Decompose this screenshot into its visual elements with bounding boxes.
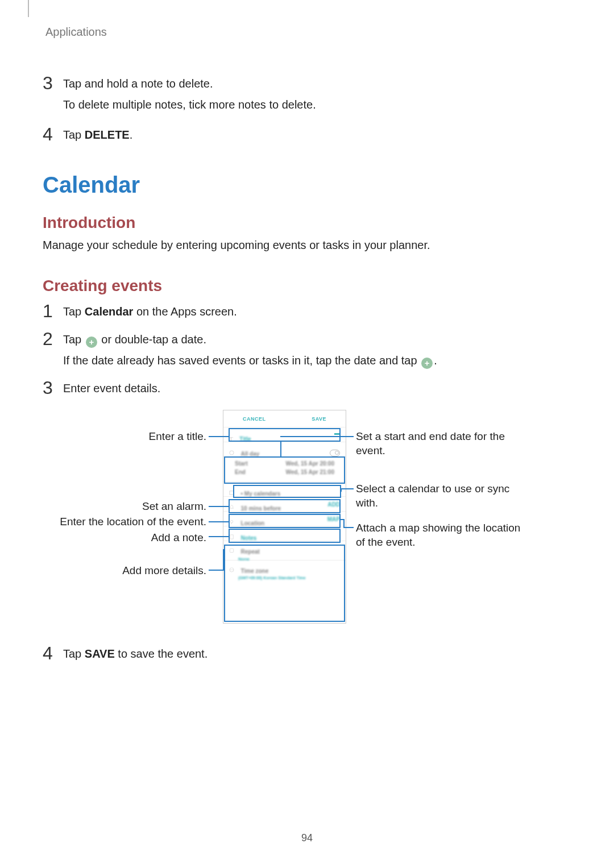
- prev-step-3: 3 Tap and hold a note to delete. To dele…: [43, 73, 571, 114]
- cancel-button[interactable]: CANCEL: [243, 416, 266, 422]
- create-step-4: 4 Tap SAVE to save the event.: [43, 643, 571, 663]
- bell-icon: [229, 505, 234, 510]
- save-button[interactable]: SAVE: [312, 416, 326, 422]
- calendar-icon: [229, 490, 234, 495]
- title-row[interactable]: T Title: [223, 427, 346, 442]
- note-icon: [229, 534, 234, 539]
- svg-point-0: [230, 451, 234, 455]
- callout-location: Enter the location of the event.: [60, 515, 206, 529]
- step-number: 1: [43, 301, 63, 320]
- phone-screenshot: CANCEL SAVE T Title All day StartWed, 15…: [223, 410, 346, 624]
- notes-row[interactable]: Notes: [223, 526, 346, 541]
- callout-more: Add more details.: [60, 564, 206, 578]
- callout-map: Attach a map showing the location of the…: [356, 521, 526, 549]
- clock-icon: [229, 450, 234, 455]
- step-number: 4: [43, 124, 63, 143]
- callout-note: Add a note.: [60, 531, 206, 545]
- callout-title: Enter a title.: [60, 430, 206, 444]
- create-step-2: 2 Tap + or double-tap a date. If the dat…: [43, 329, 571, 369]
- create-step-3: 3 Enter event details.: [43, 377, 571, 397]
- page-number: 94: [0, 832, 614, 844]
- step-number: 2: [43, 329, 63, 348]
- event-editor-diagram: CANCEL SAVE T Title All day StartWed, 15…: [60, 410, 554, 626]
- section-header: Applications: [45, 26, 571, 39]
- step-number: 4: [43, 643, 63, 662]
- plus-icon: +: [421, 358, 433, 369]
- location-row[interactable]: Location MAP: [223, 512, 346, 526]
- step-bold: DELETE: [85, 128, 130, 141]
- repeat-row[interactable]: Repeat None: [223, 541, 346, 560]
- svg-rect-1: [230, 491, 234, 495]
- callout-alarm: Set an alarm.: [60, 500, 206, 514]
- pin-icon: [229, 520, 234, 525]
- step-number: 3: [43, 73, 63, 92]
- sub-title-creating: Creating events: [43, 277, 571, 295]
- svg-rect-4: [230, 535, 233, 539]
- svg-point-2: [230, 521, 233, 524]
- timezone-row[interactable]: Time zone (GMT+09:00) Korean Standard Ti…: [223, 560, 346, 583]
- date-row[interactable]: StartWed, 15 Apr 20:00 EndWed, 15 Apr 21…: [223, 457, 346, 482]
- plus-icon: +: [86, 337, 97, 348]
- callout-calendar: Select a calendar to use or sync with.: [356, 482, 532, 510]
- step-text: Tap: [63, 128, 85, 141]
- top-bar: CANCEL SAVE: [223, 410, 346, 427]
- create-step-1: 1 Tap Calendar on the Apps screen.: [43, 301, 571, 321]
- sub-title-intro: Introduction: [43, 214, 571, 232]
- repeat-icon: [229, 548, 234, 553]
- color-label-icon: [334, 433, 340, 435]
- svg-rect-5: [230, 549, 233, 553]
- step-subtext: To delete multiple notes, tick more note…: [63, 96, 571, 114]
- allday-row[interactable]: All day: [223, 442, 346, 457]
- alarm-row[interactable]: 10 mins before ADD: [223, 497, 346, 512]
- step-text: Tap and hold a note to delete.: [63, 77, 213, 90]
- step-suffix: .: [130, 128, 133, 141]
- globe-icon: [229, 567, 234, 572]
- intro-text: Manage your schedule by entering upcomin…: [43, 236, 571, 254]
- step-number: 3: [43, 377, 63, 397]
- callout-dates: Set a start and end date for the event.: [356, 430, 526, 458]
- header-divider: [28, 0, 29, 17]
- prev-step-4: 4 Tap DELETE.: [43, 124, 571, 144]
- calendar-row[interactable]: • My calendars: [223, 482, 346, 497]
- page-title: Calendar: [43, 172, 571, 198]
